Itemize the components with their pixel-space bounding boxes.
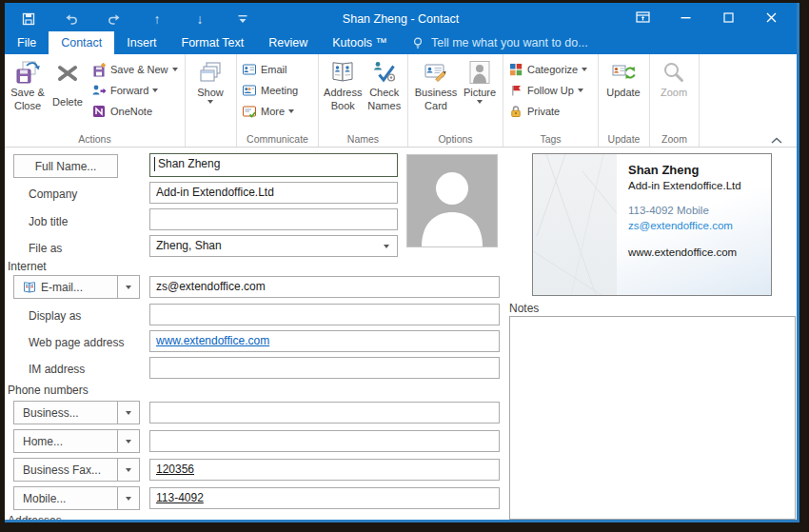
categorize-button[interactable]: Categorize [508,61,594,77]
save-and-new-button[interactable]: Save & New [91,61,181,77]
maximize-button[interactable] [707,3,750,31]
email-book-icon [23,281,36,294]
file-as-select[interactable]: Zheng, Shan [149,235,398,257]
tab-kutools[interactable]: Kutools ™ [320,31,400,54]
phone-mobile-button[interactable]: Mobile... [13,486,118,510]
show-button[interactable]: Show [188,57,232,104]
full-name-button[interactable]: Full Name... [13,154,118,178]
phone-home-dropdown[interactable] [118,429,140,453]
im-address-label: IM address [29,363,85,376]
update-icon [611,60,636,85]
delete-icon [55,60,80,85]
group-label-communicate: Communicate [237,133,318,145]
tab-contact[interactable]: Contact [49,31,114,54]
web-page-label: Web page address [29,336,125,349]
zoom-button: Zoom [653,57,695,98]
follow-up-button[interactable]: Follow Up [508,82,594,98]
dropdown-caret-icon [288,109,294,113]
card-name: Shan Zheng [628,163,699,177]
delete-button[interactable]: Delete [48,57,88,108]
web-page-input[interactable]: www.extendoffice.com [149,330,500,352]
email-input[interactable]: zs@extendoffice.com [149,276,500,298]
tab-format-text[interactable]: Format Text [169,31,257,54]
save-icon[interactable] [20,10,37,28]
move-down-icon[interactable]: ↓ [191,10,208,28]
ribbon-group-show: Show [186,54,237,147]
job-title-input[interactable] [149,208,398,230]
business-card-button[interactable]: Business Card [411,57,461,111]
file-as-label: File as [29,242,62,255]
display-as-input[interactable] [149,304,500,325]
ribbon-group-tags: Categorize Follow Up Private Tags [503,54,599,147]
tell-me-box[interactable]: Tell me what you want to do... [411,31,588,54]
dropdown-caret-icon [126,411,131,415]
window-controls [622,3,793,31]
minimize-button[interactable] [664,3,707,31]
dropdown-caret-icon [126,286,131,289]
zoom-icon [661,60,686,85]
onenote-button[interactable]: OneNote [91,103,181,119]
im-address-input[interactable] [149,357,500,379]
phone-home-input[interactable] [149,430,500,452]
follow-up-flag-icon [508,83,523,98]
update-button[interactable]: Update [602,57,645,98]
private-lock-icon [508,104,523,119]
customize-qat-icon[interactable] [234,10,251,28]
collapse-ribbon-icon[interactable] [770,132,783,142]
phone-business-dropdown[interactable] [118,401,140,424]
phone-mobile-input[interactable]: 113-4092 [149,487,500,509]
redo-icon[interactable] [106,10,123,28]
forward-button[interactable]: Forward [91,82,181,98]
dropdown-caret-icon [152,89,158,92]
ribbon: Save & Close Delete Save & New Forward [5,54,797,148]
phone-business-input[interactable] [149,402,500,424]
actions-small-buttons: Save & New Forward OneNote [88,57,181,119]
tab-review[interactable]: Review [256,31,320,54]
onenote-icon [91,104,107,119]
ribbon-tab-row: File Contact Insert Format Text Review K… [5,31,797,54]
private-button[interactable]: Private [508,103,594,119]
meeting-icon [242,83,257,98]
titlebar: ↑ ↓ Shan Zheng - Contact File Contact [5,3,797,54]
more-button[interactable]: More [242,103,314,119]
notes-textarea[interactable] [509,316,796,520]
ribbon-group-names: Address Book Check Names Names [319,54,408,147]
save-close-icon [15,60,40,85]
group-label-zoom: Zoom [650,133,699,145]
move-up-icon[interactable]: ↑ [148,10,166,28]
full-name-input[interactable]: Shan Zheng [149,153,398,177]
business-card-icon [424,60,448,85]
check-names-button[interactable]: Check Names [364,57,404,111]
phone-business-fax-input[interactable]: 120356 [149,459,500,481]
lightbulb-icon [411,36,424,50]
address-book-button[interactable]: Address Book [322,57,364,111]
tab-insert[interactable]: Insert [114,31,168,54]
email-button-selector[interactable]: E-mail... [13,275,118,299]
phone-mobile-dropdown[interactable] [118,486,140,510]
company-input[interactable]: Add-in Extendoffice.Ltd [149,182,398,204]
meeting-button[interactable]: Meeting [242,82,314,98]
business-card-preview[interactable]: Shan Zheng Add-in Extendoffice.Ltd 113-4… [532,153,772,296]
email-dropdown-button[interactable] [118,275,140,299]
dropdown-caret-icon [578,89,583,92]
undo-icon[interactable] [63,10,80,28]
contact-photo-placeholder[interactable] [406,154,498,247]
phone-home-button[interactable]: Home... [13,429,118,453]
phone-business-fax-button[interactable]: Business Fax... [13,458,118,482]
phone-business-button[interactable]: Business... [13,401,118,424]
check-names-icon [372,60,397,85]
close-button[interactable] [750,3,793,31]
picture-icon [467,60,492,85]
show-icon [198,60,223,85]
save-and-close-button[interactable]: Save & Close [8,57,48,111]
email-button[interactable]: Email [242,61,314,77]
card-company: Add-in Extendoffice.Ltd [628,180,741,191]
card-email: zs@extendoffice.com [628,220,733,231]
outlook-contact-window: ↑ ↓ Shan Zheng - Contact File Contact [5,3,799,522]
phone-business-fax-dropdown[interactable] [118,458,140,482]
ribbon-display-options-icon[interactable] [622,3,664,31]
ribbon-group-actions: Save & Close Delete Save & New Forward [5,54,186,147]
picture-button[interactable]: Picture [461,57,499,104]
tab-file[interactable]: File [5,31,49,54]
categorize-icon [508,62,523,77]
